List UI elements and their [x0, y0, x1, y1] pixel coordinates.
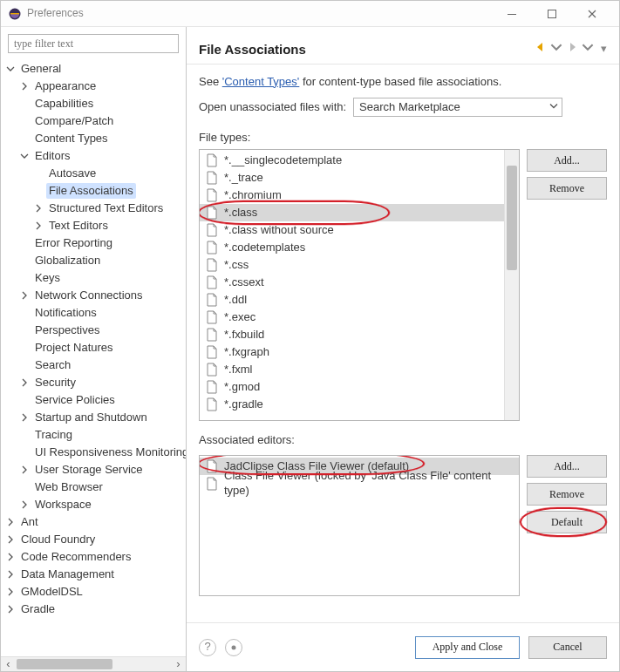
chevron-right-icon[interactable]: [18, 499, 31, 511]
tree-item-code-recommenders[interactable]: Code Recommenders: [18, 549, 133, 566]
file-icon: [205, 206, 219, 220]
chevron-right-icon[interactable]: [18, 411, 31, 424]
titlebar: Preferences: [1, 1, 619, 27]
tree-item-gradle[interactable]: Gradle: [18, 601, 58, 618]
assoc-add-button[interactable]: Add...: [527, 455, 607, 478]
filetypes-scrollbar[interactable]: [504, 150, 519, 420]
filetype-item[interactable]: *.__singlecodetemplate: [200, 152, 519, 169]
preferences-tree[interactable]: General Appearance Capabilities Compare/…: [1, 58, 186, 656]
file-icon: [205, 258, 219, 272]
apply-close-button[interactable]: Apply and Close: [415, 636, 520, 659]
chevron-down-icon[interactable]: [18, 150, 31, 162]
tree-item-user-storage[interactable]: User Storage Service: [32, 462, 146, 479]
sidebar-horizontal-scrollbar[interactable]: ‹ ›: [1, 656, 186, 671]
tree-item-text-editors[interactable]: Text Editors: [46, 218, 111, 234]
tree-item-perspectives[interactable]: Perspectives: [32, 322, 102, 339]
tree-item-gmodeldsl[interactable]: GModelDSL: [18, 584, 85, 601]
chevron-right-icon[interactable]: [4, 586, 17, 598]
editor-icon: [205, 477, 219, 491]
chevron-down-icon[interactable]: [4, 63, 17, 75]
tree-item-capabilities[interactable]: Capabilities: [32, 96, 96, 112]
filetype-item[interactable]: *.cssext: [200, 274, 519, 291]
filetype-item[interactable]: *.fxml: [200, 361, 519, 378]
tree-item-file-associations[interactable]: File Associations: [46, 183, 136, 200]
tree-item-web-browser[interactable]: Web Browser: [32, 479, 106, 496]
chevron-right-icon[interactable]: [4, 533, 17, 546]
tree-item-project-natures[interactable]: Project Natures: [32, 340, 116, 356]
chevron-right-icon[interactable]: [18, 289, 31, 302]
assoc-remove-button[interactable]: Remove: [527, 483, 607, 506]
maximize-button[interactable]: [532, 1, 572, 26]
chevron-right-icon[interactable]: [4, 568, 17, 580]
tree-filter-input[interactable]: [8, 34, 179, 53]
filetype-item[interactable]: *.exec: [200, 309, 519, 326]
tree-item-ui-responsiveness[interactable]: UI Responsiveness Monitoring: [32, 445, 186, 461]
open-with-select[interactable]: Search Marketplace: [353, 98, 562, 117]
tree-item-general[interactable]: General: [18, 61, 64, 78]
filetypes-remove-button[interactable]: Remove: [527, 177, 607, 200]
filetype-item[interactable]: *._trace: [200, 169, 519, 187]
filetype-item[interactable]: *.class without source: [200, 221, 519, 239]
filetype-item[interactable]: *.ddl: [200, 291, 519, 309]
import-export-icon[interactable]: [225, 639, 242, 656]
svg-rect-2: [508, 14, 516, 15]
back-icon[interactable]: [535, 41, 547, 58]
tree-item-ant[interactable]: Ant: [18, 514, 41, 531]
file-icon: [205, 397, 219, 411]
file-icon: [205, 380, 219, 394]
tree-item-startup[interactable]: Startup and Shutdown: [32, 410, 150, 426]
tree-item-appearance[interactable]: Appearance: [32, 78, 99, 95]
eclipse-icon: [8, 7, 22, 21]
assoc-editors-list[interactable]: JadClipse Class File Viewer (default)Cla…: [199, 455, 520, 596]
tree-item-network[interactable]: Network Connections: [32, 288, 146, 304]
tree-item-service-policies[interactable]: Service Policies: [32, 392, 118, 409]
chevron-right-icon[interactable]: [32, 220, 44, 232]
tree-item-keys[interactable]: Keys: [32, 270, 63, 287]
filetype-item[interactable]: *.fxbuild: [200, 326, 519, 343]
tree-item-tracing[interactable]: Tracing: [32, 427, 75, 444]
cancel-button[interactable]: Cancel: [528, 636, 607, 659]
tree-item-workspace[interactable]: Workspace: [32, 497, 94, 513]
filetypes-add-button[interactable]: Add...: [527, 149, 607, 172]
tree-item-editors[interactable]: Editors: [32, 148, 72, 165]
tree-item-error-reporting[interactable]: Error Reporting: [32, 235, 115, 252]
tree-item-content-types[interactable]: Content Types: [32, 131, 111, 147]
file-icon: [205, 171, 219, 185]
back-menu-icon[interactable]: [550, 41, 562, 58]
tree-item-compare[interactable]: Compare/Patch: [32, 113, 116, 130]
minimize-button[interactable]: [492, 1, 532, 26]
assoc-default-button[interactable]: Default: [527, 511, 607, 533]
chevron-right-icon[interactable]: [32, 202, 44, 214]
filetype-item[interactable]: *.class: [200, 204, 519, 221]
svg-rect-3: [548, 10, 556, 17]
tree-item-cloud-foundry[interactable]: Cloud Foundry: [18, 532, 98, 548]
close-button[interactable]: [572, 1, 612, 26]
filetype-item[interactable]: *.css: [200, 256, 519, 274]
forward-menu-icon[interactable]: [582, 41, 594, 58]
tree-item-globalization[interactable]: Globalization: [32, 253, 103, 269]
tree-item-data-management[interactable]: Data Management: [18, 567, 117, 583]
chevron-right-icon[interactable]: [18, 80, 31, 92]
chevron-right-icon[interactable]: [4, 603, 17, 615]
assoc-editor-item[interactable]: Class File Viewer (locked by 'Java Class…: [200, 475, 519, 492]
file-icon: [205, 275, 219, 289]
filetype-item[interactable]: *.chromium: [200, 187, 519, 204]
filetype-item[interactable]: *.gradle: [200, 396, 519, 413]
filetypes-list[interactable]: *.__singlecodetemplate*._trace*.chromium…: [199, 149, 520, 421]
chevron-right-icon[interactable]: [4, 551, 17, 563]
tree-item-search[interactable]: Search: [32, 357, 73, 374]
chevron-right-icon[interactable]: [4, 516, 17, 528]
filetype-item[interactable]: *.codetemplates: [200, 239, 519, 256]
help-icon[interactable]: ?: [199, 639, 216, 656]
tree-item-structured[interactable]: Structured Text Editors: [46, 200, 166, 217]
tree-item-notifications[interactable]: Notifications: [32, 305, 99, 322]
file-icon: [205, 223, 219, 237]
tree-item-security[interactable]: Security: [32, 375, 78, 391]
content-types-link[interactable]: 'Content Types': [222, 75, 300, 88]
filetype-item[interactable]: *.gmod: [200, 378, 519, 396]
filetype-item[interactable]: *.fxgraph: [200, 343, 519, 361]
chevron-right-icon[interactable]: [18, 377, 31, 389]
tree-item-autosave[interactable]: Autosave: [46, 166, 99, 182]
chevron-right-icon[interactable]: [18, 464, 31, 476]
forward-icon[interactable]: [566, 41, 578, 58]
